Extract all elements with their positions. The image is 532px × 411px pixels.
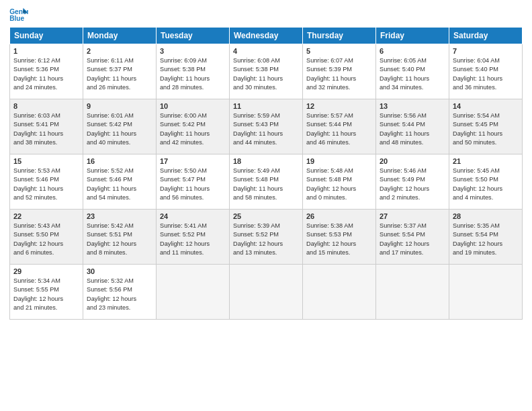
- calendar-cell: 25Sunrise: 5:39 AMSunset: 5:52 PMDayligh…: [230, 210, 303, 265]
- cell-text: Sunrise: 5:38 AMSunset: 5:53 PMDaylight:…: [306, 222, 372, 257]
- calendar-cell: 26Sunrise: 5:38 AMSunset: 5:53 PMDayligh…: [303, 210, 376, 265]
- calendar-cell: 30Sunrise: 5:32 AMSunset: 5:56 PMDayligh…: [83, 265, 157, 320]
- cell-text: Sunrise: 5:50 AMSunset: 5:47 PMDaylight:…: [160, 167, 226, 202]
- calendar-cell: 7Sunrise: 6:04 AMSunset: 5:40 PMDaylight…: [449, 44, 523, 99]
- calendar-week-row: 8Sunrise: 6:03 AMSunset: 5:41 PMDaylight…: [10, 99, 523, 154]
- calendar: SundayMondayTuesdayWednesdayThursdayFrid…: [9, 27, 523, 320]
- day-number: 20: [380, 157, 445, 165]
- day-number: 6: [380, 47, 445, 55]
- cell-text: Sunrise: 5:53 AMSunset: 5:46 PMDaylight:…: [13, 167, 79, 202]
- day-number: 27: [380, 212, 445, 220]
- calendar-cell: [449, 265, 523, 320]
- svg-text:Blue: Blue: [9, 15, 24, 22]
- day-number: 7: [453, 47, 519, 55]
- calendar-cell: 2Sunrise: 6:11 AMSunset: 5:37 PMDaylight…: [83, 44, 157, 99]
- day-number: 3: [160, 47, 226, 55]
- cell-text: Sunrise: 5:35 AMSunset: 5:54 PMDaylight:…: [453, 222, 519, 257]
- calendar-cell: 16Sunrise: 5:52 AMSunset: 5:46 PMDayligh…: [83, 154, 157, 210]
- header-saturday: Saturday: [449, 28, 523, 44]
- header-sunday: Sunday: [10, 28, 83, 44]
- calendar-week-row: 22Sunrise: 5:43 AMSunset: 5:50 PMDayligh…: [10, 210, 523, 265]
- cell-text: Sunrise: 5:32 AMSunset: 5:56 PMDaylight:…: [87, 277, 152, 312]
- day-number: 1: [13, 47, 79, 55]
- calendar-cell: 18Sunrise: 5:49 AMSunset: 5:48 PMDayligh…: [230, 154, 303, 210]
- cell-text: Sunrise: 5:56 AMSunset: 5:44 PMDaylight:…: [380, 111, 445, 147]
- cell-text: Sunrise: 5:39 AMSunset: 5:52 PMDaylight:…: [233, 222, 299, 257]
- calendar-cell: [157, 265, 230, 320]
- calendar-cell: 4Sunrise: 6:08 AMSunset: 5:38 PMDaylight…: [230, 44, 303, 99]
- cell-text: Sunrise: 5:49 AMSunset: 5:48 PMDaylight:…: [233, 167, 299, 202]
- day-number: 2: [87, 47, 152, 55]
- day-number: 15: [13, 157, 79, 165]
- cell-text: Sunrise: 6:04 AMSunset: 5:40 PMDaylight:…: [453, 56, 519, 92]
- calendar-cell: 3Sunrise: 6:09 AMSunset: 5:38 PMDaylight…: [157, 44, 230, 99]
- day-number: 24: [160, 212, 226, 220]
- day-number: 11: [233, 102, 299, 110]
- day-number: 23: [87, 212, 152, 220]
- cell-text: Sunrise: 6:05 AMSunset: 5:40 PMDaylight:…: [380, 56, 445, 92]
- header-wednesday: Wednesday: [230, 28, 303, 44]
- day-number: 21: [453, 157, 519, 165]
- cell-text: Sunrise: 6:03 AMSunset: 5:41 PMDaylight:…: [13, 111, 79, 147]
- day-number: 22: [13, 212, 79, 220]
- cell-text: Sunrise: 6:07 AMSunset: 5:39 PMDaylight:…: [306, 56, 372, 92]
- cell-text: Sunrise: 5:59 AMSunset: 5:43 PMDaylight:…: [233, 111, 299, 147]
- calendar-cell: 19Sunrise: 5:48 AMSunset: 5:48 PMDayligh…: [303, 154, 376, 210]
- day-number: 10: [160, 102, 226, 110]
- header-monday: Monday: [83, 28, 157, 44]
- day-number: 14: [453, 102, 519, 110]
- day-number: 18: [233, 157, 299, 165]
- cell-text: Sunrise: 5:48 AMSunset: 5:48 PMDaylight:…: [306, 167, 372, 202]
- cell-text: Sunrise: 5:42 AMSunset: 5:51 PMDaylight:…: [87, 222, 152, 257]
- calendar-cell: 24Sunrise: 5:41 AMSunset: 5:52 PMDayligh…: [157, 210, 230, 265]
- day-number: 28: [453, 212, 519, 220]
- day-number: 30: [87, 267, 152, 275]
- calendar-cell: 20Sunrise: 5:46 AMSunset: 5:49 PMDayligh…: [376, 154, 449, 210]
- cell-text: Sunrise: 6:11 AMSunset: 5:37 PMDaylight:…: [87, 56, 152, 92]
- day-number: 29: [13, 267, 79, 275]
- calendar-cell: 10Sunrise: 6:00 AMSunset: 5:42 PMDayligh…: [157, 99, 230, 154]
- cell-text: Sunrise: 5:34 AMSunset: 5:55 PMDaylight:…: [13, 277, 79, 312]
- calendar-cell: 6Sunrise: 6:05 AMSunset: 5:40 PMDaylight…: [376, 44, 449, 99]
- cell-text: Sunrise: 5:37 AMSunset: 5:54 PMDaylight:…: [380, 222, 445, 257]
- day-number: 26: [306, 212, 372, 220]
- cell-text: Sunrise: 5:45 AMSunset: 5:50 PMDaylight:…: [453, 167, 519, 202]
- calendar-cell: 11Sunrise: 5:59 AMSunset: 5:43 PMDayligh…: [230, 99, 303, 154]
- calendar-cell: 8Sunrise: 6:03 AMSunset: 5:41 PMDaylight…: [10, 99, 83, 154]
- cell-text: Sunrise: 6:00 AMSunset: 5:42 PMDaylight:…: [160, 111, 226, 147]
- cell-text: Sunrise: 6:01 AMSunset: 5:42 PMDaylight:…: [87, 111, 152, 147]
- cell-text: Sunrise: 6:08 AMSunset: 5:38 PMDaylight:…: [233, 56, 299, 92]
- day-number: 25: [233, 212, 299, 220]
- day-number: 4: [233, 47, 299, 55]
- calendar-cell: 1Sunrise: 6:12 AMSunset: 5:36 PMDaylight…: [10, 44, 83, 99]
- header-tuesday: Tuesday: [157, 28, 230, 44]
- calendar-cell: 27Sunrise: 5:37 AMSunset: 5:54 PMDayligh…: [376, 210, 449, 265]
- day-number: 17: [160, 157, 226, 165]
- cell-text: Sunrise: 6:12 AMSunset: 5:36 PMDaylight:…: [13, 56, 79, 92]
- header-thursday: Thursday: [303, 28, 376, 44]
- day-number: 5: [306, 47, 372, 55]
- cell-text: Sunrise: 5:46 AMSunset: 5:49 PMDaylight:…: [380, 167, 445, 202]
- calendar-cell: 15Sunrise: 5:53 AMSunset: 5:46 PMDayligh…: [10, 154, 83, 210]
- cell-text: Sunrise: 5:52 AMSunset: 5:46 PMDaylight:…: [87, 167, 152, 202]
- calendar-cell: 9Sunrise: 6:01 AMSunset: 5:42 PMDaylight…: [83, 99, 157, 154]
- cell-text: Sunrise: 5:43 AMSunset: 5:50 PMDaylight:…: [13, 222, 79, 257]
- cell-text: Sunrise: 5:41 AMSunset: 5:52 PMDaylight:…: [160, 222, 226, 257]
- calendar-week-row: 15Sunrise: 5:53 AMSunset: 5:46 PMDayligh…: [10, 154, 523, 210]
- calendar-cell: 13Sunrise: 5:56 AMSunset: 5:44 PMDayligh…: [376, 99, 449, 154]
- calendar-cell: 12Sunrise: 5:57 AMSunset: 5:44 PMDayligh…: [303, 99, 376, 154]
- day-number: 12: [306, 102, 372, 110]
- calendar-week-row: 1Sunrise: 6:12 AMSunset: 5:36 PMDaylight…: [10, 44, 523, 99]
- day-number: 19: [306, 157, 372, 165]
- calendar-cell: 5Sunrise: 6:07 AMSunset: 5:39 PMDaylight…: [303, 44, 376, 99]
- cell-text: Sunrise: 5:54 AMSunset: 5:45 PMDaylight:…: [453, 111, 519, 147]
- calendar-cell: [303, 265, 376, 320]
- calendar-header-row: SundayMondayTuesdayWednesdayThursdayFrid…: [10, 28, 523, 44]
- cell-text: Sunrise: 6:09 AMSunset: 5:38 PMDaylight:…: [160, 56, 226, 92]
- calendar-cell: 22Sunrise: 5:43 AMSunset: 5:50 PMDayligh…: [10, 210, 83, 265]
- cell-text: Sunrise: 5:57 AMSunset: 5:44 PMDaylight:…: [306, 111, 372, 147]
- calendar-body: 1Sunrise: 6:12 AMSunset: 5:36 PMDaylight…: [10, 44, 523, 320]
- day-number: 13: [380, 102, 445, 110]
- calendar-cell: 28Sunrise: 5:35 AMSunset: 5:54 PMDayligh…: [449, 210, 523, 265]
- calendar-cell: [376, 265, 449, 320]
